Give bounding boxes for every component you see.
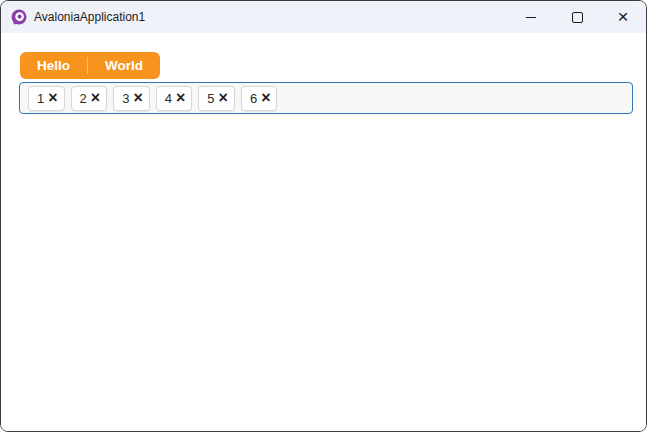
chip-label: 2 — [80, 92, 87, 105]
chip: 1× — [28, 86, 65, 111]
chip-remove-icon[interactable]: × — [91, 90, 100, 106]
chip-remove-icon[interactable]: × — [261, 90, 270, 106]
window-content: Hello World 1×2×3×4×5×6× — [1, 33, 646, 431]
chip-label: 3 — [122, 92, 129, 105]
minimize-icon — [526, 17, 536, 18]
chip-remove-icon[interactable]: × — [133, 90, 142, 106]
chip-remove-icon[interactable]: × — [48, 90, 57, 106]
chips-input[interactable]: 1×2×3×4×5×6× — [19, 82, 633, 114]
chip-remove-icon[interactable]: × — [176, 90, 185, 106]
minimize-button[interactable] — [508, 1, 554, 33]
close-button[interactable]: × — [600, 1, 646, 33]
chip: 3× — [113, 86, 150, 111]
app-window: AvaloniaApplication1 × Hello World 1×2×3… — [0, 0, 647, 432]
world-button[interactable]: World — [88, 52, 160, 79]
maximize-button[interactable] — [554, 1, 600, 33]
chip-remove-icon[interactable]: × — [219, 90, 228, 106]
chip-label: 1 — [37, 92, 44, 105]
chip-label: 5 — [207, 92, 214, 105]
chip-label: 4 — [165, 92, 172, 105]
hello-button[interactable]: Hello — [20, 52, 87, 79]
chip: 5× — [198, 86, 235, 111]
title-bar: AvaloniaApplication1 × — [1, 1, 646, 33]
window-title: AvaloniaApplication1 — [34, 10, 145, 24]
chip: 2× — [71, 86, 108, 111]
chip: 4× — [156, 86, 193, 111]
chip-label: 6 — [250, 92, 257, 105]
close-icon: × — [617, 7, 628, 26]
avalonia-logo-icon — [11, 9, 27, 25]
chip: 6× — [241, 86, 278, 111]
hello-world-split-button: Hello World — [20, 52, 160, 79]
maximize-icon — [572, 12, 583, 23]
